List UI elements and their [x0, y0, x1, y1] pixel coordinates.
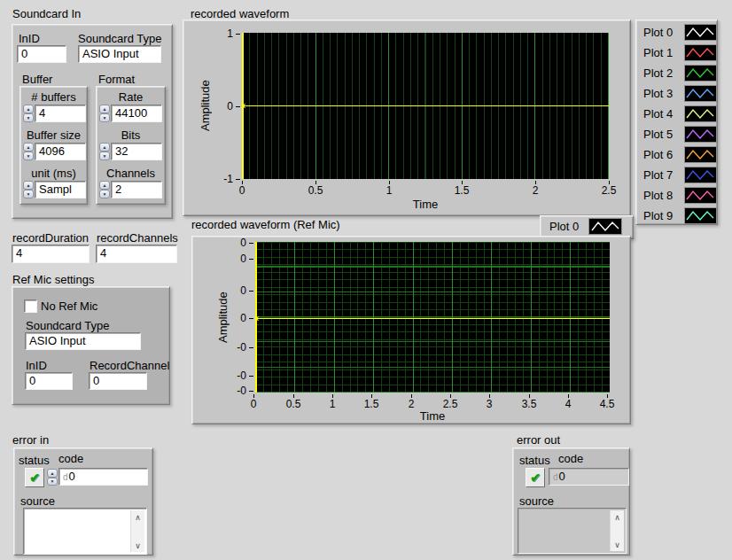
error-out-code-label: code — [558, 452, 583, 465]
increment-icon[interactable]: ▲ — [23, 105, 34, 113]
scroll-down-icon[interactable]: ∨ — [131, 539, 144, 552]
error-in-code-input[interactable]: d0 — [58, 468, 148, 486]
graph2-x-axis-label: Time — [415, 409, 450, 423]
scroll-down-icon[interactable]: ∨ — [611, 538, 624, 551]
legend-item-plot5[interactable]: Plot 5 — [636, 124, 717, 144]
plot-line-icon — [684, 85, 717, 102]
unit-stepper[interactable]: ▲▼ — [23, 181, 34, 198]
num-buffers-label: # buffers — [20, 90, 87, 105]
buffer-size-input[interactable]: 4096 — [35, 143, 86, 160]
legend-item-plot3[interactable]: Plot 3 — [636, 83, 717, 104]
plot-line-icon — [588, 218, 622, 235]
decrement-icon[interactable]: ▼ — [99, 152, 110, 160]
increment-icon[interactable]: ▲ — [99, 181, 110, 190]
unit-ring-input[interactable]: Sampl — [35, 181, 86, 198]
error-in-status-checkmark[interactable]: ✔ — [25, 468, 44, 487]
rate-stepper[interactable]: ▲▼ — [99, 105, 110, 122]
legend-item-plot0[interactable]: Plot 0 — [541, 216, 633, 237]
graph2-xtick: 4 — [552, 394, 584, 410]
legend-item-plot7[interactable]: Plot 7 — [636, 165, 717, 185]
decrement-icon[interactable]: ▼ — [23, 113, 34, 122]
inid-input[interactable]: 0 — [17, 45, 66, 63]
graph2-xtick: 0 — [238, 394, 269, 410]
no-ref-mic-checkbox[interactable] — [24, 299, 37, 313]
ref-inid-label: InID — [26, 359, 47, 372]
error-in-panel: status code ✔ ▲▼ d0 source ∧ ∨ — [13, 447, 153, 556]
bits-stepper[interactable]: ▲▼ — [99, 143, 110, 160]
error-in-source-textarea[interactable]: ∧ ∨ — [23, 508, 147, 555]
record-duration-input[interactable]: 4 — [12, 245, 90, 263]
graph2-xtick: 3.5 — [513, 394, 545, 410]
error-out-title: error out — [517, 433, 560, 447]
graph1-waveform-trace — [242, 105, 609, 106]
error-out-status-checkmark: ✔ — [526, 468, 545, 487]
error-out-status-label: status — [519, 454, 550, 467]
channels-stepper[interactable]: ▲▼ — [99, 181, 110, 198]
num-buffers-input[interactable]: 4 — [35, 105, 86, 122]
plot-line-icon — [684, 126, 717, 143]
graph2-ytick: 0 — [228, 252, 253, 266]
soundcard-in-panel: InID 0 Soundcard Type ASIO Input Buffer … — [12, 24, 173, 219]
record-channels-input[interactable]: 4 — [96, 245, 177, 263]
decrement-icon[interactable]: ▼ — [23, 190, 34, 198]
ref-mic-panel: No Ref Mic Soundcard Type ASIO Input InI… — [12, 286, 170, 405]
waveform-graph: Amplitude 1 0 -1 0 0.5 1 1.5 2 2.5 Time — [183, 19, 631, 216]
decrement-icon[interactable]: ▼ — [47, 478, 58, 486]
graph2-xtick: 4.5 — [591, 394, 623, 410]
graph2-xtick: 2.5 — [434, 394, 466, 410]
buffer-size-stepper[interactable]: ▲▼ — [23, 143, 34, 160]
increment-icon[interactable]: ▲ — [47, 469, 58, 478]
legend-item-plot6[interactable]: Plot 6 — [636, 144, 717, 165]
error-in-title: error in — [12, 433, 49, 447]
scroll-up-icon[interactable]: ∧ — [611, 510, 624, 524]
buffer-group-label: Buffer — [22, 73, 52, 86]
radix-indicator: d — [63, 472, 68, 482]
rate-label: Rate — [97, 90, 165, 105]
channels-input[interactable]: 2 — [111, 181, 162, 198]
legend-item-plot1[interactable]: Plot 1 — [636, 43, 717, 63]
graph1-plot-area — [242, 33, 609, 179]
plot-line-icon — [684, 146, 717, 163]
graph2-ytick: -0 — [228, 369, 253, 383]
soundcard-type-label: Soundcard Type — [78, 32, 161, 45]
legend-item-plot4[interactable]: Plot 4 — [636, 104, 717, 124]
ref-record-channel-input[interactable]: 0 — [89, 372, 147, 390]
graph1-title: recorded waveform — [191, 7, 289, 20]
buffer-size-label: Buffer size — [20, 128, 87, 143]
legend-item-plot2[interactable]: Plot 2 — [636, 63, 717, 83]
buffer-group: # buffers ▲▼ 4 Buffer size ▲▼ 4096 unit … — [19, 86, 88, 205]
scrollbar[interactable]: ∧ ∨ — [130, 510, 144, 552]
legend-item-plot9[interactable]: Plot 9 — [636, 206, 717, 226]
increment-icon[interactable]: ▲ — [23, 181, 34, 190]
error-in-code-stepper[interactable]: ▲▼ — [47, 469, 58, 486]
increment-icon[interactable]: ▲ — [23, 143, 34, 152]
no-ref-mic-label: No Ref Mic — [41, 299, 97, 313]
ref-mic-waveform-graph: Amplitude 0 0 0 0 -0 -0 -0 0 0.5 1 1.5 2… — [191, 236, 631, 424]
graph2-xtick: 0.5 — [277, 394, 309, 410]
increment-icon[interactable]: ▲ — [99, 105, 110, 113]
scroll-up-icon[interactable]: ∧ — [131, 510, 144, 524]
legend-item-plot8[interactable]: Plot 8 — [636, 185, 717, 206]
graph2-plot-area — [255, 242, 610, 393]
graph1-xtick: 2.5 — [591, 181, 627, 197]
decrement-icon[interactable]: ▼ — [99, 113, 110, 122]
ref-record-channel-label: RecordChannel — [90, 359, 169, 372]
ref-inid-input[interactable]: 0 — [25, 372, 73, 390]
graph2-ytick: 0 — [228, 284, 253, 298]
scrollbar[interactable]: ∧ ∨ — [610, 510, 624, 551]
rate-input[interactable]: 44100 — [111, 105, 162, 122]
graph2-ytick: -0 — [228, 340, 253, 354]
bits-input[interactable]: 32 — [111, 143, 162, 160]
ref-soundcard-type-input[interactable]: ASIO Input — [25, 332, 141, 350]
soundcard-type-input[interactable]: ASIO Input — [78, 45, 161, 63]
inid-label: InID — [19, 32, 40, 45]
plot-line-icon — [684, 65, 717, 82]
unit-label: unit (ms) — [20, 167, 87, 181]
increment-icon[interactable]: ▲ — [99, 143, 110, 152]
legend-item-plot0[interactable]: Plot 0 — [636, 22, 717, 43]
num-buffers-stepper[interactable]: ▲▼ — [23, 105, 34, 122]
ref-mic-title: Ref Mic settings — [12, 273, 94, 286]
decrement-icon[interactable]: ▼ — [23, 152, 34, 160]
plot-line-icon — [684, 24, 717, 41]
decrement-icon[interactable]: ▼ — [99, 190, 110, 198]
